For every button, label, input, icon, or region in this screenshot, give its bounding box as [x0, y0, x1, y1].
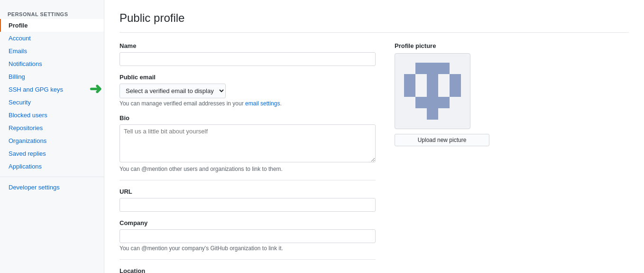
url-input[interactable]	[120, 198, 376, 212]
svg-rect-12	[427, 108, 438, 120]
sidebar-item-ssh-gpg-keys[interactable]: SSH and GPG keys	[0, 83, 104, 96]
email-settings-link[interactable]: email settings	[245, 100, 280, 107]
sidebar-item-repositories[interactable]: Repositories	[0, 122, 104, 134]
svg-rect-8	[450, 85, 461, 97]
svg-rect-11	[438, 97, 450, 108]
sidebar-item-organizations[interactable]: Organizations	[0, 134, 104, 147]
profile-identicon	[404, 63, 461, 120]
sidebar-divider	[0, 177, 104, 177]
personal-settings-section-label: Personal settings	[0, 8, 104, 19]
sidebar-item-saved-replies[interactable]: Saved replies	[0, 147, 104, 160]
company-group: Company You can @mention your company's …	[120, 219, 376, 252]
form-divider-2	[120, 259, 376, 260]
sidebar-item-applications[interactable]: Applications	[0, 160, 104, 173]
sidebar-item-emails[interactable]: Emails	[0, 45, 104, 57]
sidebar: Personal settings Profile Account Emails…	[0, 0, 104, 273]
profile-form: Name Public email Select a verified emai…	[120, 42, 376, 273]
profile-picture-container	[395, 53, 470, 129]
location-label: Location	[120, 267, 376, 273]
public-email-label: Public email	[120, 74, 376, 81]
company-hint: You can @mention your company's GitHub o…	[120, 245, 376, 252]
svg-rect-10	[427, 97, 438, 108]
public-email-select[interactable]: Select a verified email to display	[120, 84, 226, 98]
company-label: Company	[120, 219, 376, 226]
form-divider-1	[120, 180, 376, 180]
bio-group: Bio You can @mention other users and org…	[120, 114, 376, 172]
sidebar-item-account[interactable]: Account	[0, 32, 104, 45]
public-email-group: Public email Select a verified email to …	[120, 74, 376, 107]
sidebar-item-security[interactable]: Security	[0, 96, 104, 109]
upload-picture-button[interactable]: Upload new picture	[395, 134, 489, 146]
bio-hint: You can @mention other users and organiz…	[120, 166, 376, 172]
svg-rect-4	[427, 74, 438, 85]
bio-input[interactable]	[120, 124, 376, 162]
svg-rect-5	[450, 74, 461, 85]
bio-label: Bio	[120, 114, 376, 122]
location-group: Location	[120, 267, 376, 273]
svg-rect-3	[404, 74, 415, 85]
sidebar-item-billing[interactable]: Billing	[0, 70, 104, 83]
svg-rect-2	[438, 63, 450, 74]
profile-picture-label: Profile picture	[395, 42, 489, 49]
url-label: URL	[120, 188, 376, 195]
svg-rect-1	[427, 63, 438, 74]
svg-rect-7	[427, 85, 438, 97]
sidebar-item-notifications[interactable]: Notifications	[0, 57, 104, 70]
svg-rect-6	[404, 85, 415, 97]
company-input[interactable]	[120, 229, 376, 243]
name-label: Name	[120, 42, 376, 49]
profile-picture-section: Profile picture	[395, 42, 489, 273]
main-content: Public profile Name Public email Select …	[104, 0, 644, 273]
public-email-hint: You can manage verified email addresses …	[120, 100, 376, 107]
content-layout: Name Public email Select a verified emai…	[120, 42, 629, 273]
name-group: Name	[120, 42, 376, 66]
svg-rect-0	[415, 63, 427, 74]
arrow-indicator: ➜	[89, 80, 102, 98]
page-title: Public profile	[120, 11, 629, 33]
sidebar-item-profile[interactable]: Profile	[0, 19, 104, 32]
name-input[interactable]	[120, 52, 376, 66]
svg-rect-9	[415, 97, 427, 108]
sidebar-item-developer-settings[interactable]: Developer settings	[0, 181, 104, 194]
url-group: URL	[120, 188, 376, 212]
sidebar-item-blocked-users[interactable]: Blocked users	[0, 109, 104, 122]
